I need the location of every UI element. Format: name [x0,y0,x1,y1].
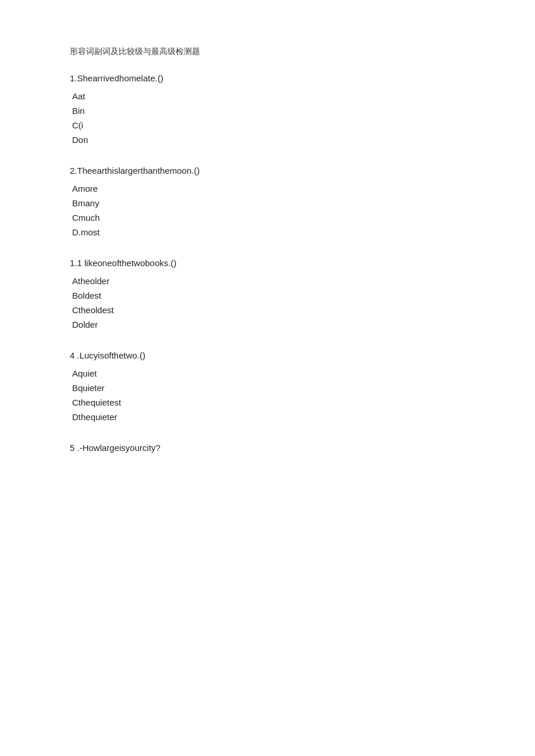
question-block-4: 4 .Lucyisofthetwo.()AquietBquieterCthequ… [70,350,465,422]
option-q3c[interactable]: Ctheoldest [70,305,465,315]
page-title: 形容词副词及比较级与最高级检测题 [70,46,465,57]
option-q2b[interactable]: Bmany [70,198,465,208]
option-q4a[interactable]: Aquiet [70,368,465,378]
option-q4d[interactable]: Dthequieter [70,412,465,422]
option-q1a[interactable]: Aat [70,91,465,101]
option-q1c[interactable]: C(i [70,120,465,130]
option-q1b[interactable]: Bin [70,106,465,116]
question-text-4: 4 .Lucyisofthetwo.() [70,350,465,360]
option-q2d[interactable]: D.most [70,227,465,237]
question-block-3: 1.1 likeoneofthetwobooks.()AtheolderBold… [70,258,465,329]
question-text-1: 1.Shearrivedhomelate.() [70,73,465,83]
option-q3d[interactable]: Dolder [70,320,465,329]
option-q2a[interactable]: Amore [70,184,465,194]
option-q3a[interactable]: Atheolder [70,276,465,286]
option-q2c[interactable]: Cmuch [70,213,465,223]
question-block-2: 2.Theearthislargerthanthemoon.()AmoreBma… [70,166,465,237]
questions-container: 1.Shearrivedhomelate.()AatBinC(iDon2.The… [70,73,465,453]
question-block-5: 5 .-Howlargeisyourcity? [70,443,465,453]
option-q1d[interactable]: Don [70,135,465,145]
question-text-5: 5 .-Howlargeisyourcity? [70,443,465,453]
question-text-3: 1.1 likeoneofthetwobooks.() [70,258,465,268]
option-q4c[interactable]: Cthequietest [70,397,465,407]
question-block-1: 1.Shearrivedhomelate.()AatBinC(iDon [70,73,465,145]
question-text-2: 2.Theearthislargerthanthemoon.() [70,166,465,175]
option-q4b[interactable]: Bquieter [70,383,465,393]
option-q3b[interactable]: Boldest [70,291,465,300]
